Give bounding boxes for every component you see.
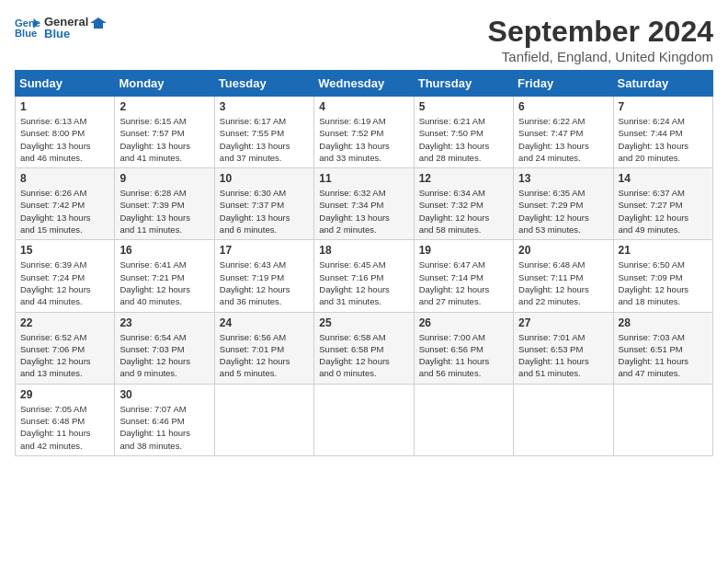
calendar-cell: 9Sunrise: 6:28 AMSunset: 7:39 PMDaylight… — [115, 168, 214, 240]
calendar-cell: 18Sunrise: 6:45 AMSunset: 7:16 PMDayligh… — [314, 240, 414, 312]
calendar-header-row: SundayMondayTuesdayWednesdayThursdayFrid… — [16, 71, 713, 97]
calendar-cell: 4Sunrise: 6:19 AMSunset: 7:52 PMDaylight… — [314, 97, 414, 168]
day-number: 29 — [20, 388, 109, 401]
day-info: Sunrise: 6:21 AMSunset: 7:50 PMDaylight:… — [419, 115, 508, 164]
calendar-cell: 14Sunrise: 6:37 AMSunset: 7:27 PMDayligh… — [613, 168, 712, 240]
calendar-cell: 20Sunrise: 6:48 AMSunset: 7:11 PMDayligh… — [514, 240, 613, 312]
day-info: Sunrise: 6:34 AMSunset: 7:32 PMDaylight:… — [419, 187, 508, 236]
day-info: Sunrise: 6:13 AMSunset: 8:00 PMDaylight:… — [20, 115, 109, 164]
calendar-week-row: 1Sunrise: 6:13 AMSunset: 8:00 PMDaylight… — [16, 97, 713, 168]
calendar-cell: 22Sunrise: 6:52 AMSunset: 7:06 PMDayligh… — [16, 312, 115, 384]
day-number: 20 — [518, 244, 608, 257]
calendar-table: SundayMondayTuesdayWednesdayThursdayFrid… — [15, 70, 713, 456]
calendar-cell: 27Sunrise: 7:01 AMSunset: 6:53 PMDayligh… — [514, 312, 613, 384]
weekday-header-wednesday: Wednesday — [314, 71, 414, 97]
calendar-cell: 21Sunrise: 6:50 AMSunset: 7:09 PMDayligh… — [613, 240, 712, 312]
day-number: 4 — [319, 100, 408, 113]
month-year-title: September 2024 — [488, 15, 713, 49]
day-number: 30 — [119, 388, 209, 401]
day-number: 10 — [220, 172, 309, 185]
day-number: 8 — [20, 172, 109, 185]
day-info: Sunrise: 7:07 AMSunset: 6:46 PMDaylight:… — [119, 403, 209, 452]
day-info: Sunrise: 6:37 AMSunset: 7:27 PMDaylight:… — [619, 187, 708, 236]
day-info: Sunrise: 7:00 AMSunset: 6:56 PMDaylight:… — [419, 331, 508, 380]
weekday-header-tuesday: Tuesday — [214, 71, 313, 97]
calendar-cell: 10Sunrise: 6:30 AMSunset: 7:37 PMDayligh… — [214, 168, 313, 240]
calendar-cell: 30Sunrise: 7:07 AMSunset: 6:46 PMDayligh… — [115, 384, 214, 455]
svg-text:Blue: Blue — [15, 28, 37, 39]
calendar-week-row: 29Sunrise: 7:05 AMSunset: 6:48 PMDayligh… — [16, 384, 713, 455]
calendar-cell: 6Sunrise: 6:22 AMSunset: 7:47 PMDaylight… — [514, 97, 613, 168]
day-info: Sunrise: 6:35 AMSunset: 7:29 PMDaylight:… — [518, 187, 608, 236]
day-number: 13 — [518, 172, 608, 185]
day-info: Sunrise: 6:30 AMSunset: 7:37 PMDaylight:… — [220, 187, 309, 236]
logo: General Blue General Blue — [15, 15, 107, 40]
day-info: Sunrise: 7:01 AMSunset: 6:53 PMDaylight:… — [518, 331, 608, 380]
title-block: September 2024 Tanfield, England, United… — [488, 15, 713, 64]
calendar-cell: 16Sunrise: 6:41 AMSunset: 7:21 PMDayligh… — [115, 240, 214, 312]
weekday-header-thursday: Thursday — [414, 71, 513, 97]
day-number: 19 — [419, 244, 508, 257]
day-info: Sunrise: 6:45 AMSunset: 7:16 PMDaylight:… — [319, 259, 408, 307]
day-number: 23 — [119, 316, 209, 329]
day-info: Sunrise: 6:22 AMSunset: 7:47 PMDaylight:… — [518, 115, 608, 164]
day-info: Sunrise: 6:26 AMSunset: 7:42 PMDaylight:… — [20, 187, 109, 236]
logo-icon: General Blue — [15, 15, 40, 40]
weekday-header-saturday: Saturday — [613, 71, 712, 97]
calendar-week-row: 8Sunrise: 6:26 AMSunset: 7:42 PMDaylight… — [16, 168, 713, 240]
location-subtitle: Tanfield, England, United Kingdom — [488, 49, 713, 64]
calendar-cell: 25Sunrise: 6:58 AMSunset: 6:58 PMDayligh… — [314, 312, 414, 384]
calendar-cell: 1Sunrise: 6:13 AMSunset: 8:00 PMDaylight… — [16, 97, 115, 168]
calendar-cell: 28Sunrise: 7:03 AMSunset: 6:51 PMDayligh… — [613, 312, 712, 384]
calendar-cell: 19Sunrise: 6:47 AMSunset: 7:14 PMDayligh… — [414, 240, 513, 312]
day-number: 16 — [119, 244, 209, 257]
calendar-week-row: 22Sunrise: 6:52 AMSunset: 7:06 PMDayligh… — [16, 312, 713, 384]
day-number: 22 — [20, 316, 109, 329]
day-info: Sunrise: 6:48 AMSunset: 7:11 PMDaylight:… — [518, 259, 608, 307]
day-info: Sunrise: 7:03 AMSunset: 6:51 PMDaylight:… — [619, 331, 708, 380]
logo-blue: Blue — [44, 27, 107, 40]
calendar-cell: 17Sunrise: 6:43 AMSunset: 7:19 PMDayligh… — [214, 240, 313, 312]
calendar-cell: 29Sunrise: 7:05 AMSunset: 6:48 PMDayligh… — [16, 384, 115, 455]
day-info: Sunrise: 6:47 AMSunset: 7:14 PMDaylight:… — [419, 259, 508, 307]
day-number: 14 — [619, 172, 708, 185]
calendar-cell — [314, 384, 414, 455]
calendar-cell: 2Sunrise: 6:15 AMSunset: 7:57 PMDaylight… — [115, 97, 214, 168]
calendar-cell: 24Sunrise: 6:56 AMSunset: 7:01 PMDayligh… — [214, 312, 313, 384]
day-number: 24 — [220, 316, 309, 329]
calendar-cell: 26Sunrise: 7:00 AMSunset: 6:56 PMDayligh… — [414, 312, 513, 384]
page-header: General Blue General Blue September 2024… — [15, 15, 713, 64]
svg-marker-3 — [90, 17, 107, 29]
calendar-cell — [414, 384, 513, 455]
weekday-header-sunday: Sunday — [16, 71, 115, 97]
day-info: Sunrise: 6:19 AMSunset: 7:52 PMDaylight:… — [319, 115, 408, 164]
day-info: Sunrise: 6:56 AMSunset: 7:01 PMDaylight:… — [220, 331, 309, 380]
day-number: 21 — [619, 244, 708, 257]
day-number: 18 — [319, 244, 408, 257]
calendar-cell: 5Sunrise: 6:21 AMSunset: 7:50 PMDaylight… — [414, 97, 513, 168]
day-number: 25 — [319, 316, 408, 329]
calendar-cell: 3Sunrise: 6:17 AMSunset: 7:55 PMDaylight… — [214, 97, 313, 168]
calendar-cell — [514, 384, 613, 455]
calendar-cell: 12Sunrise: 6:34 AMSunset: 7:32 PMDayligh… — [414, 168, 513, 240]
day-info: Sunrise: 6:28 AMSunset: 7:39 PMDaylight:… — [119, 187, 209, 236]
day-number: 9 — [119, 172, 209, 185]
day-info: Sunrise: 7:05 AMSunset: 6:48 PMDaylight:… — [20, 403, 109, 452]
day-info: Sunrise: 6:50 AMSunset: 7:09 PMDaylight:… — [619, 259, 708, 307]
logo-bird-icon — [90, 16, 107, 29]
calendar-cell: 13Sunrise: 6:35 AMSunset: 7:29 PMDayligh… — [514, 168, 613, 240]
day-number: 12 — [419, 172, 508, 185]
day-number: 27 — [518, 316, 608, 329]
day-number: 11 — [319, 172, 408, 185]
day-info: Sunrise: 6:52 AMSunset: 7:06 PMDaylight:… — [20, 331, 109, 380]
calendar-cell: 15Sunrise: 6:39 AMSunset: 7:24 PMDayligh… — [16, 240, 115, 312]
day-number: 1 — [20, 100, 109, 113]
calendar-cell: 7Sunrise: 6:24 AMSunset: 7:44 PMDaylight… — [613, 97, 712, 168]
day-info: Sunrise: 6:39 AMSunset: 7:24 PMDaylight:… — [20, 259, 109, 307]
day-info: Sunrise: 6:41 AMSunset: 7:21 PMDaylight:… — [119, 259, 209, 307]
day-number: 28 — [619, 316, 708, 329]
day-number: 6 — [518, 100, 608, 113]
calendar-cell: 8Sunrise: 6:26 AMSunset: 7:42 PMDaylight… — [16, 168, 115, 240]
day-number: 5 — [419, 100, 508, 113]
day-info: Sunrise: 6:58 AMSunset: 6:58 PMDaylight:… — [319, 331, 408, 380]
